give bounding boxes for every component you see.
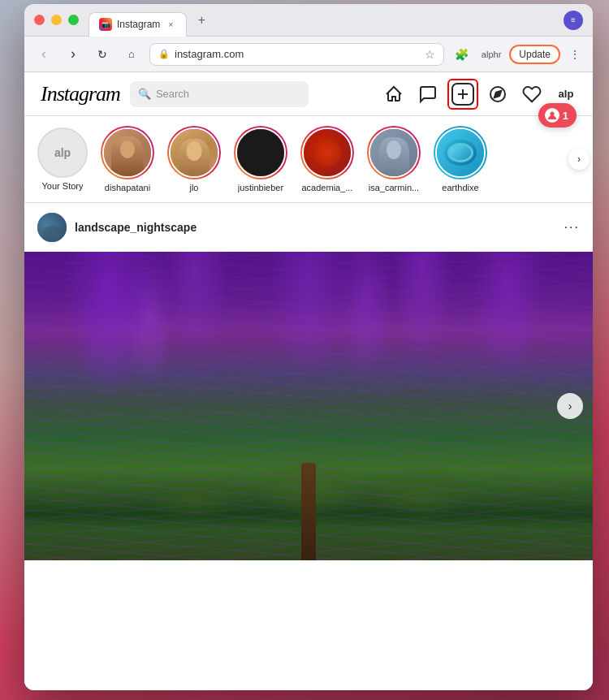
story-label-earth: earthdixe bbox=[442, 183, 478, 192]
notification-person-icon bbox=[545, 108, 559, 123]
story-item-jlo[interactable]: jlo bbox=[167, 126, 221, 192]
search-icon: 🔍 bbox=[138, 88, 151, 100]
tab-bar: 📷 Instagram × + bbox=[89, 4, 564, 36]
story-item-academia[interactable]: academia_... bbox=[300, 126, 354, 192]
your-story-item[interactable]: alp Your Story bbox=[37, 127, 88, 191]
stories-bar: alp Your Story dishapatani bbox=[24, 116, 593, 203]
browser-window: 📷 Instagram × + ≡ ‹ › ↻ ⌂ bbox=[24, 4, 593, 690]
story-item-disha[interactable]: dishapatani bbox=[101, 126, 154, 192]
instagram-page: Instagram 🔍 Search bbox=[24, 72, 593, 690]
post-more-button[interactable]: ··· bbox=[564, 221, 580, 234]
home-button[interactable]: ⌂ bbox=[120, 43, 143, 66]
browser-tab[interactable]: 📷 Instagram × bbox=[89, 12, 187, 37]
browser-more-button[interactable]: ⋮ bbox=[565, 45, 585, 64]
update-button[interactable]: Update bbox=[509, 45, 560, 64]
instagram-favicon: 📷 bbox=[99, 18, 112, 31]
notification-popup[interactable]: 1 bbox=[538, 103, 577, 127]
window-menu-icon: ≡ bbox=[564, 11, 583, 30]
bookmark-icon[interactable]: ☆ bbox=[425, 48, 435, 61]
create-post-button[interactable] bbox=[451, 83, 474, 106]
story-label-disha: dishapatani bbox=[105, 183, 150, 192]
instagram-nav-icons: alp bbox=[383, 83, 577, 106]
refresh-button[interactable]: ↻ bbox=[91, 43, 114, 66]
post-author-username[interactable]: landscape_nightscape bbox=[75, 221, 556, 234]
profile-nav-icon[interactable]: alp bbox=[555, 84, 577, 105]
post-header: landscape_nightscape ··· bbox=[24, 203, 593, 252]
window-controls bbox=[34, 15, 79, 25]
address-bar[interactable]: 🔒 instagram.com ☆ bbox=[149, 43, 444, 66]
maximize-window-button[interactable] bbox=[68, 15, 79, 25]
tab-title: Instagram bbox=[117, 19, 160, 30]
nav-right-controls: 🧩 alphr Update ⋮ bbox=[451, 43, 585, 66]
your-story-label: Your Story bbox=[42, 181, 84, 191]
tab-close-button[interactable]: × bbox=[165, 19, 176, 30]
post-image-next-button[interactable]: › bbox=[557, 393, 583, 419]
story-label-justin: justinbieber bbox=[238, 183, 283, 192]
url-text: instagram.com bbox=[175, 48, 420, 60]
activity-nav-icon[interactable] bbox=[521, 84, 542, 105]
alphr-extension-label: alphr bbox=[478, 48, 504, 61]
tree-trunk bbox=[301, 463, 316, 560]
search-bar[interactable]: 🔍 Search bbox=[130, 81, 309, 107]
forward-button[interactable]: › bbox=[62, 43, 84, 66]
story-label-academia: academia_... bbox=[302, 183, 353, 192]
title-bar: 📷 Instagram × + ≡ bbox=[24, 4, 593, 37]
post-author-avatar[interactable] bbox=[37, 213, 67, 242]
svg-point-4 bbox=[550, 112, 554, 116]
close-window-button[interactable] bbox=[34, 15, 45, 25]
story-label-jlo: jlo bbox=[189, 183, 198, 192]
back-button[interactable]: ‹ bbox=[32, 43, 55, 66]
svg-marker-3 bbox=[495, 90, 501, 97]
story-item-earth[interactable]: earthdixe bbox=[434, 126, 487, 192]
lock-icon: 🔒 bbox=[158, 49, 170, 59]
messenger-nav-icon[interactable] bbox=[417, 84, 438, 105]
notification-count: 1 bbox=[563, 110, 568, 122]
extensions-button[interactable]: 🧩 bbox=[451, 43, 473, 66]
instagram-logo: Instagram bbox=[41, 82, 120, 106]
story-item-isa[interactable]: isa_carmin... bbox=[367, 126, 421, 192]
story-label-isa: isa_carmin... bbox=[369, 183, 419, 192]
create-button-wrapper bbox=[451, 83, 474, 106]
stories-next-button[interactable]: › bbox=[568, 149, 590, 170]
post-container: landscape_nightscape ··· › bbox=[24, 203, 593, 560]
search-placeholder-text: Search bbox=[156, 88, 189, 100]
post-image[interactable]: › bbox=[24, 252, 593, 560]
story-item-justin[interactable]: justinbieber bbox=[234, 126, 287, 192]
new-tab-button[interactable]: + bbox=[192, 11, 211, 30]
explore-nav-icon[interactable] bbox=[487, 84, 508, 105]
home-nav-icon[interactable] bbox=[383, 84, 404, 105]
minimize-window-button[interactable] bbox=[51, 15, 62, 25]
instagram-header: Instagram 🔍 Search bbox=[24, 72, 593, 116]
navigation-bar: ‹ › ↻ ⌂ 🔒 instagram.com ☆ 🧩 alphr Update… bbox=[24, 37, 593, 72]
